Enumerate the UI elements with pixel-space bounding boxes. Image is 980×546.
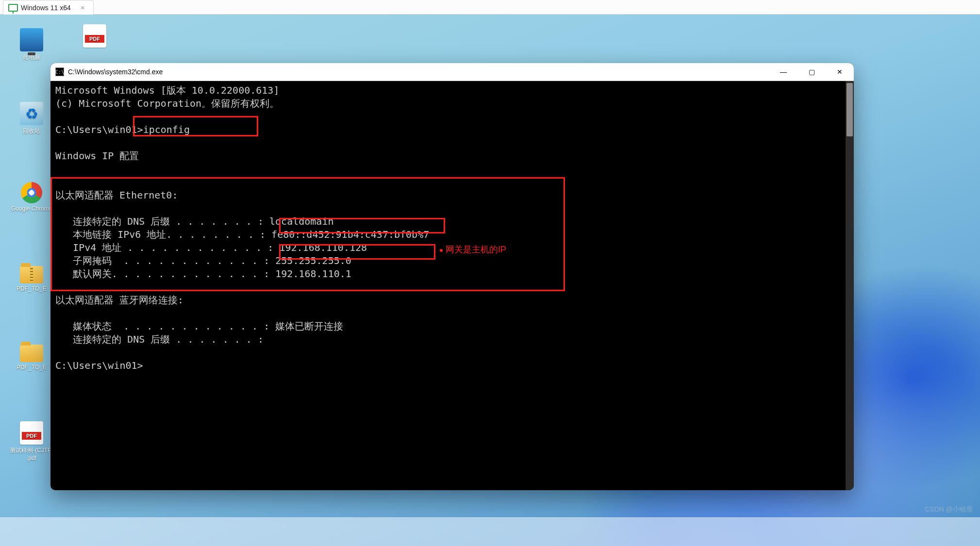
desktop-icon-chrome[interactable]: Google Chrome bbox=[10, 182, 53, 212]
cmd-line: Windows IP 配置 bbox=[55, 150, 139, 162]
desktop-icon-label: PDF_TO_E bbox=[10, 364, 53, 371]
window-button-group: — ▢ ✕ bbox=[769, 63, 854, 81]
cmd-window: C:\ C:\Windows\system32\cmd.exe — ▢ ✕ Mi… bbox=[50, 63, 854, 490]
windows-desktop[interactable]: 此电脑 回收站 Google Chrome PDF_TO_E PDF_TO_E … bbox=[0, 15, 980, 546]
cmd-line: (c) Microsoft Corporation。保留所有权利。 bbox=[55, 98, 279, 109]
cmd-output[interactable]: Microsoft Windows [版本 10.0.22000.613] (c… bbox=[50, 81, 854, 490]
chrome-icon bbox=[21, 182, 42, 203]
desktop-icon-label: PDF_TO_E bbox=[10, 285, 53, 292]
cmd-line: 连接特定的 DNS 后缀 . . . . . . . : localdomain bbox=[55, 215, 333, 227]
vm-tab-label: Windows 11 x64 bbox=[21, 4, 71, 12]
cmd-prompt: C:\Users\win01> bbox=[55, 360, 143, 371]
desktop-icon-folder-2[interactable]: PDF_TO_E bbox=[10, 341, 53, 371]
minimize-button[interactable]: — bbox=[769, 63, 797, 81]
cmd-line: IPv4 地址 . . . . . . . . . . . . : 192.16… bbox=[55, 242, 367, 253]
maximize-button[interactable]: ▢ bbox=[797, 63, 826, 81]
highlight-dot bbox=[440, 249, 443, 252]
desktop-icon-folder-1[interactable]: PDF_TO_E bbox=[10, 262, 53, 292]
cmd-line: 连接特定的 DNS 后缀 . . . . . . . : bbox=[55, 333, 264, 345]
scrollbar-thumb[interactable] bbox=[847, 83, 853, 136]
vm-tab-bar: Windows 11 x64 × bbox=[0, 0, 980, 15]
watermark: CSDN @小哈里 bbox=[925, 505, 973, 514]
close-icon[interactable]: × bbox=[81, 3, 85, 12]
pdf-icon bbox=[83, 24, 106, 48]
cmd-icon: C:\ bbox=[55, 67, 64, 76]
cmd-line: 以太网适配器 蓝牙网络连接: bbox=[55, 294, 183, 306]
desktop-icon-pdf-top[interactable] bbox=[73, 24, 116, 50]
scrollbar[interactable] bbox=[846, 81, 854, 490]
cmd-line: 媒体状态 . . . . . . . . . . . . : 媒体已断开连接 bbox=[55, 320, 343, 332]
folder-icon bbox=[20, 266, 43, 283]
pdf-icon bbox=[20, 421, 43, 445]
cmd-line: Microsoft Windows [版本 10.0.22000.613] bbox=[55, 84, 279, 96]
pc-icon bbox=[20, 28, 43, 51]
desktop-icon-label: Google Chrome bbox=[10, 205, 53, 212]
recycle-bin-icon bbox=[20, 102, 43, 125]
desktop-icon-recycle-bin[interactable]: 回收站 bbox=[10, 102, 53, 135]
vm-tab-windows11[interactable]: Windows 11 x64 × bbox=[3, 0, 94, 15]
cmd-line: 以太网适配器 Ethernet0: bbox=[55, 189, 178, 201]
desktop-icon-this-pc[interactable]: 此电脑 bbox=[10, 28, 53, 62]
cmd-prompt: C:\Users\win01> bbox=[55, 124, 143, 135]
cmd-titlebar[interactable]: C:\ C:\Windows\system32\cmd.exe — ▢ ✕ bbox=[50, 63, 854, 81]
close-button[interactable]: ✕ bbox=[826, 63, 854, 81]
cmd-line: 子网掩码 . . . . . . . . . . . . : 255.255.2… bbox=[55, 255, 351, 266]
cmd-title: C:\Windows\system32\cmd.exe bbox=[68, 68, 163, 76]
cmd-command: ipconfig bbox=[143, 124, 190, 135]
desktop-icon-label: 回收站 bbox=[10, 127, 53, 135]
highlight-annotation: 网关是主机的IP bbox=[446, 243, 506, 256]
monitor-icon bbox=[8, 4, 18, 12]
cmd-line: 默认网关. . . . . . . . . . . . . : 192.168.… bbox=[55, 268, 351, 280]
folder-icon bbox=[20, 345, 43, 362]
cmd-line: 本地链接 IPv6 地址. . . . . . . . : fe80::d452… bbox=[55, 229, 429, 240]
taskbar[interactable] bbox=[0, 517, 980, 546]
